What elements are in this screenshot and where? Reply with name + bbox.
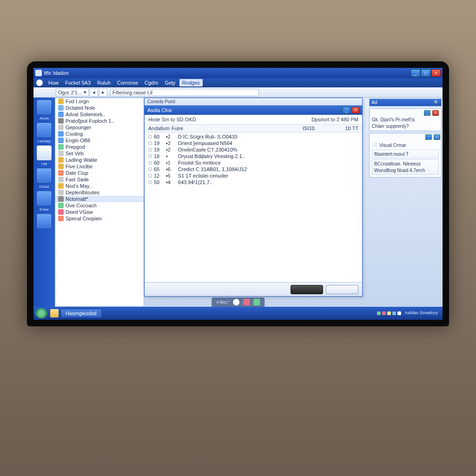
- menu-item-1[interactable]: Fockel 5A3: [62, 79, 93, 86]
- right-panel2-max-button[interactable]: □: [434, 134, 440, 140]
- maximize-button[interactable]: □: [421, 69, 430, 77]
- list-row[interactable]: 12•5S1 1T eclislei cenuder: [145, 172, 362, 179]
- menu-item-5[interactable]: Gețy: [162, 79, 178, 86]
- tray-icon-4[interactable]: [392, 311, 396, 315]
- sidebar-icon-2[interactable]: [36, 145, 52, 161]
- popup-header-row: Andallum Fuire ISI10 10 TT: [145, 125, 362, 132]
- tree-item[interactable]: Specal Cnopien: [55, 215, 144, 222]
- row-desc: OnvlinCasfe C'I',230410%: [174, 147, 358, 152]
- list-row[interactable]: 19•2OnvlinCasfe C'I',230410%: [145, 146, 362, 153]
- list-row[interactable]: 19•2Orient ]empuased N564: [145, 140, 362, 146]
- right-panel2-min-button[interactable]: _: [425, 134, 432, 140]
- window-title: Itfic Idadon: [44, 70, 69, 76]
- dock-icon-2[interactable]: [253, 299, 260, 305]
- right-panel2: _ □ 📄 Visual Crmar fllaantert:nuoul T BC…: [369, 133, 442, 178]
- main-area: Aluds Lansarp I lie Odusl Ensw Fod I org…: [33, 98, 443, 307]
- tray-icon-1[interactable]: [377, 311, 381, 315]
- tree-item[interactable]: Dctated Nole: [55, 105, 144, 111]
- popup-header-0[interactable]: Andallum: [148, 126, 172, 131]
- row-col-b: 2: [168, 147, 174, 152]
- toolbar-back-button[interactable]: ◂: [90, 88, 98, 97]
- list-row[interactable]: 50•4643.94!1(21,7..: [145, 179, 362, 185]
- tree-item[interactable]: Ove Cocoach: [55, 202, 144, 209]
- toolbar-selector[interactable]: Ogor 2'1… ▾: [56, 88, 89, 96]
- address-field[interactable]: Filleriorg rasse Lil: [110, 89, 259, 96]
- tree-item[interactable]: Deplenlbloutes: [55, 189, 144, 196]
- popup-header-3[interactable]: 10 TT: [335, 126, 358, 131]
- sidebar-icon-4[interactable]: [36, 191, 52, 206]
- popup-header-2[interactable]: ISI10: [303, 126, 335, 131]
- tree-item[interactable]: Adval Solientork..: [55, 111, 144, 118]
- sidebar-label-4: Ensw: [40, 207, 49, 212]
- taskbar-task[interactable]: Hasmglesdatl: [60, 309, 102, 318]
- tree-item[interactable]: Set Veb: [55, 150, 144, 157]
- dock-icon-1[interactable]: [243, 299, 250, 305]
- tree-item[interactable]: Deed VGsw: [55, 209, 144, 215]
- row-desc: Oryust Bdijlatry Viresling 2.1..: [174, 153, 358, 159]
- sidebar-icon-5[interactable]: [36, 213, 52, 229]
- quicklaunch-icon[interactable]: [50, 309, 59, 317]
- tree-item-icon: [58, 170, 64, 176]
- tree-item[interactable]: Five Livclbe: [55, 163, 144, 170]
- tree-item[interactable]: Ladling Walile: [55, 157, 144, 163]
- start-button[interactable]: [35, 308, 47, 318]
- center-area: Coneds Poml Asdia Clns _ × Hiote Sm to S…: [144, 98, 368, 307]
- popup-button-secondary[interactable]: [326, 285, 358, 294]
- tree-item[interactable]: Date Ciup: [55, 170, 144, 176]
- row-col-a: 19: [154, 140, 166, 146]
- search-icon[interactable]: 🔍: [434, 100, 439, 105]
- row-desc: Froulst So mntioce: [174, 160, 358, 165]
- row-col-b: 2: [168, 140, 174, 146]
- dock-icon-circle[interactable]: [233, 299, 239, 305]
- popup-info-row: Hiote Sm to SD OKD Dpsriort to 2:480 PM: [145, 115, 362, 125]
- tree-item[interactable]: Fod I orgn: [55, 98, 144, 105]
- menu-item-6[interactable]: Rodges: [179, 79, 203, 86]
- tree-item-icon: [58, 203, 64, 208]
- popup-button-primary[interactable]: [291, 285, 323, 294]
- tree-item[interactable]: Nctomatt*: [55, 196, 144, 202]
- tray-icon-2[interactable]: [382, 311, 386, 315]
- popup-minimize-button[interactable]: _: [343, 107, 350, 113]
- row-col-a: 50: [154, 179, 166, 185]
- tree-item[interactable]: Engin OB8: [55, 137, 144, 144]
- popup-window: Coneds Poml Asdia Clns _ × Hiote Sm to S…: [144, 98, 363, 297]
- app-icon: [35, 70, 42, 76]
- list-row[interactable]: 60•1Froulst So mntioce: [145, 159, 362, 166]
- menu-item-4[interactable]: Cgdm: [142, 79, 161, 86]
- tree-item[interactable]: Pratol]put Foploch 1..: [55, 118, 144, 124]
- tree-item[interactable]: Prepgod: [55, 144, 144, 150]
- tree-item-label: Adval Solientork..: [66, 112, 106, 117]
- right-panel2-item1[interactable]: fllaantert:nuoul T: [372, 150, 439, 159]
- tree-item[interactable]: Cooling: [55, 131, 144, 137]
- list-row[interactable]: 18•Oryust Bdijlatry Viresling 2.1..: [145, 153, 362, 159]
- tree-item[interactable]: Fast Sade: [55, 176, 144, 183]
- right-info-line1: Gk. Djanl's Pr-melt'is: [372, 117, 439, 123]
- row-desc: Credict C 31AB01, 1,1084/J12: [174, 166, 358, 172]
- popup-header-1[interactable]: Fuire: [172, 126, 303, 131]
- toolbar-forward-button[interactable]: ▸: [99, 88, 107, 97]
- right-panel2-item2[interactable]: BCcrsialtose. Niineess Wunsllbog Noad 4.…: [372, 159, 439, 175]
- desktop-screen: Itfic Idadon _ □ × How Fockel 5A3 Ruluh …: [33, 68, 443, 320]
- menu-item-3[interactable]: Corronxe: [114, 79, 141, 86]
- menu-item-0[interactable]: How: [46, 79, 61, 86]
- right-box-close-button[interactable]: ×: [432, 110, 439, 116]
- list-row[interactable]: 60•2D IC.Scigrx Ruli- S O0433: [145, 133, 362, 140]
- tree-item[interactable]: Gepounger: [55, 124, 144, 131]
- popup-close-button[interactable]: ×: [352, 107, 359, 113]
- minimize-button[interactable]: _: [411, 69, 420, 77]
- tree-item-icon: [58, 157, 64, 163]
- tray-icon-3[interactable]: [387, 311, 391, 315]
- list-row[interactable]: 65•6Credict C 31AB01, 1,1084/J12: [145, 166, 362, 172]
- sidebar-icon-0[interactable]: [36, 99, 52, 115]
- right-box-minimize-button[interactable]: _: [424, 110, 430, 116]
- tree-item-icon: [58, 164, 64, 169]
- tree-item-label: Deplenlbloutes: [66, 190, 99, 195]
- close-button[interactable]: ×: [431, 69, 441, 77]
- tree-item[interactable]: Nod's May..: [55, 183, 144, 189]
- row-col-b: 4: [168, 179, 174, 185]
- sidebar-icon-1[interactable]: [36, 122, 52, 138]
- sidebar-label-3: Odusl: [40, 185, 49, 189]
- tray-icon-5[interactable]: [397, 311, 401, 315]
- menu-item-2[interactable]: Ruluh: [94, 79, 113, 86]
- sidebar-icon-3[interactable]: [36, 168, 52, 184]
